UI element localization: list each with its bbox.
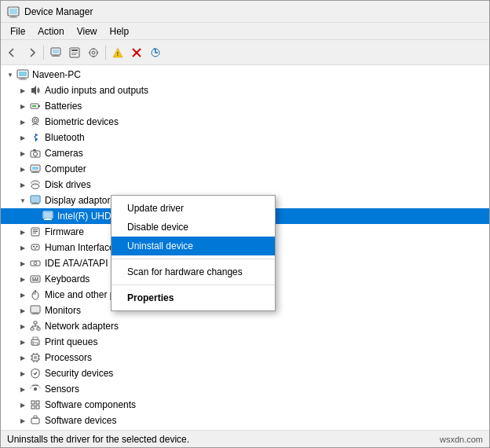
computer-button[interactable] — [47, 44, 64, 61]
svg-point-13 — [92, 51, 95, 54]
display-icon — [29, 194, 42, 207]
svg-rect-6 — [53, 55, 58, 56]
root-expand-arrow[interactable] — [4, 68, 16, 81]
svg-rect-72 — [31, 307, 39, 312]
hid-expand[interactable] — [16, 241, 29, 254]
back-button[interactable] — [4, 44, 21, 61]
ctx-update-driver[interactable]: Update driver — [112, 199, 275, 218]
menu-action[interactable]: Action — [31, 24, 70, 39]
menu-view[interactable]: View — [71, 24, 104, 39]
tree-item-sensors[interactable]: Sensors — [1, 381, 489, 397]
toolbar-sep-1 — [43, 46, 44, 60]
svg-rect-30 — [32, 105, 36, 107]
ctx-uninstall-device[interactable]: Uninstall device — [112, 237, 275, 255]
keyboards-expand[interactable] — [16, 273, 29, 285]
tree-item-network[interactable]: Network adapters — [1, 318, 489, 334]
print-icon — [29, 336, 42, 348]
mice-expand[interactable] — [16, 288, 29, 301]
tree-item-bluetooth[interactable]: Bluetooth — [1, 130, 489, 145]
forward-button[interactable] — [23, 44, 40, 61]
firmware-label: Firmware — [45, 226, 84, 237]
tree-item-sw-devices[interactable]: Software devices — [1, 413, 489, 428]
menu-help[interactable]: Help — [104, 24, 136, 39]
ctx-disable-device[interactable]: Disable device — [112, 218, 275, 237]
sw-dev-expand[interactable] — [16, 414, 29, 427]
batteries-expand[interactable] — [16, 100, 29, 112]
hid-icon — [29, 241, 42, 254]
firmware-expand[interactable] — [16, 226, 29, 238]
ctx-properties[interactable]: Properties — [112, 288, 275, 307]
tree-root[interactable]: Naveen-PC — [1, 67, 489, 83]
svg-rect-44 — [31, 196, 39, 202]
processors-label: Processors — [45, 352, 92, 363]
sw-comp-expand[interactable] — [16, 398, 29, 411]
svg-rect-7 — [52, 56, 60, 57]
monitors-expand[interactable] — [16, 304, 29, 317]
audio-icon — [29, 84, 42, 97]
svg-point-70 — [35, 290, 36, 292]
scan-button[interactable] — [85, 44, 102, 61]
sensors-expand[interactable] — [16, 383, 29, 395]
properties-button[interactable] — [66, 44, 83, 61]
menu-file[interactable]: File — [4, 24, 31, 39]
tree-item-computer[interactable]: Computer — [1, 161, 489, 177]
svg-rect-73 — [33, 313, 38, 314]
svg-rect-49 — [46, 218, 50, 219]
svg-rect-56 — [33, 246, 35, 248]
svg-rect-3 — [9, 17, 17, 17]
tree-item-print[interactable]: Print queues — [1, 334, 489, 350]
svg-rect-25 — [20, 78, 25, 79]
bluetooth-icon — [29, 131, 42, 144]
remove-button[interactable] — [128, 44, 145, 61]
audio-expand[interactable] — [16, 84, 29, 97]
svg-rect-76 — [31, 328, 34, 330]
computer-expand[interactable] — [16, 163, 29, 175]
svg-rect-84 — [33, 343, 38, 345]
processors-icon — [29, 351, 42, 364]
biometric-expand[interactable] — [16, 116, 29, 128]
svg-rect-50 — [44, 219, 52, 220]
network-expand[interactable] — [16, 320, 29, 332]
biometric-label: Biometric devices — [45, 116, 119, 127]
svg-rect-100 — [36, 406, 39, 409]
tree-item-disk[interactable]: Disk drives — [1, 177, 489, 193]
ide-expand[interactable] — [16, 257, 29, 270]
processors-expand[interactable] — [16, 351, 29, 364]
cameras-expand[interactable] — [16, 147, 29, 160]
monitors-label: Monitors — [45, 305, 81, 316]
warning-button[interactable]: ! — [109, 44, 126, 61]
disk-label: Disk drives — [45, 179, 91, 190]
print-expand[interactable] — [16, 336, 29, 348]
tree-item-sound[interactable]: Sound, video and game controllers — [1, 428, 489, 430]
tree-item-sw-components[interactable]: Software components — [1, 397, 489, 413]
display-expand[interactable] — [16, 194, 29, 207]
ctx-scan-hardware[interactable]: Scan for hardware changes — [112, 263, 275, 281]
tree-item-batteries[interactable]: Batteries — [1, 98, 489, 114]
tree-item-security[interactable]: Security devices — [1, 365, 489, 381]
tree-item-biometric[interactable]: Biometric devices — [1, 114, 489, 130]
security-label: Security devices — [45, 368, 113, 379]
svg-rect-101 — [31, 418, 39, 424]
svg-rect-63 — [32, 277, 34, 279]
svg-rect-38 — [33, 171, 38, 172]
update-button[interactable] — [147, 44, 164, 61]
svg-rect-26 — [19, 79, 27, 80]
status-text: Uninstalls the driver for the selected d… — [7, 434, 189, 445]
intel-icon — [42, 210, 54, 222]
disk-expand[interactable] — [16, 178, 29, 191]
tree-item-processors[interactable]: Processors — [1, 350, 489, 365]
watermark: wsxdn.com — [440, 435, 483, 444]
ctx-sep-2 — [112, 285, 275, 285]
bluetooth-label: Bluetooth — [45, 132, 85, 143]
tree-item-audio[interactable]: Audio inputs and outputs — [1, 83, 489, 98]
svg-rect-83 — [33, 337, 38, 340]
svg-point-12 — [90, 49, 97, 57]
svg-rect-24 — [19, 72, 27, 76]
svg-rect-74 — [31, 314, 39, 314]
tree-item-cameras[interactable]: Cameras — [1, 145, 489, 161]
svg-point-32 — [34, 119, 37, 122]
svg-rect-46 — [31, 204, 39, 204]
bluetooth-expand[interactable] — [16, 131, 29, 144]
svg-point-61 — [35, 263, 36, 264]
security-expand[interactable] — [16, 367, 29, 380]
